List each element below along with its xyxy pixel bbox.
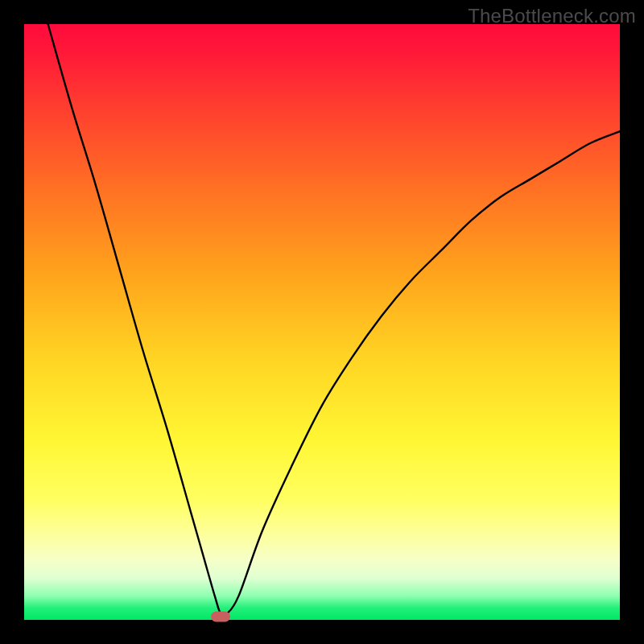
bottleneck-curve xyxy=(48,24,620,616)
chart-frame: TheBottleneck.com xyxy=(0,0,644,644)
minimum-marker xyxy=(211,612,230,622)
plot-area xyxy=(24,24,620,620)
curve-svg xyxy=(24,24,620,620)
